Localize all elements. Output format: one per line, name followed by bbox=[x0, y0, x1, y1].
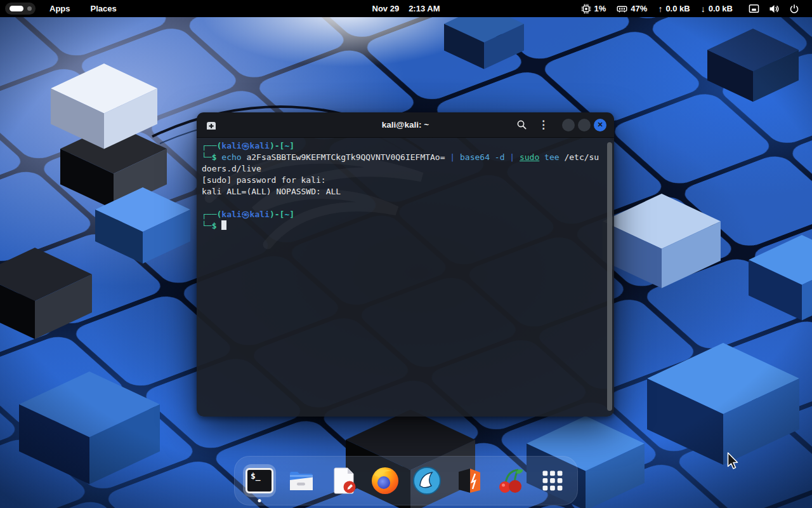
wired-network-icon bbox=[749, 4, 759, 13]
apps-menu[interactable]: Apps bbox=[43, 1, 77, 16]
cmd-path: /etc/su bbox=[564, 152, 599, 162]
terminal-scrollbar[interactable] bbox=[607, 142, 612, 411]
cmd-base64-payload: a2FsaSBBTEw9KEFMTCkgTk9QQVNTV0Q6IEFMTAo= bbox=[246, 152, 450, 162]
net-upload-indicator[interactable]: ↑ 0.0 kB bbox=[658, 4, 690, 14]
cmd-echo: echo bbox=[221, 152, 246, 162]
cpu-icon bbox=[581, 4, 591, 14]
memory-value: 47% bbox=[631, 4, 647, 13]
dock-item-firefox[interactable] bbox=[369, 464, 402, 497]
terminal-icon: $_ bbox=[246, 468, 273, 493]
terminal-window: kali@kali: ~ ⋮ ✕ ┌──(ka bbox=[197, 112, 614, 417]
places-menu[interactable]: Places bbox=[84, 1, 123, 16]
workspace-inactive-dot bbox=[27, 6, 32, 11]
file-manager-icon bbox=[287, 466, 316, 495]
cmd-path-wrapped: doers.d/live bbox=[202, 164, 261, 173]
system-status-area[interactable] bbox=[749, 4, 799, 14]
wireshark-icon bbox=[412, 466, 442, 495]
terminal-line-command: └─$ echo a2FsaSBBTEw9KEFMTCkgTk9QQVNTV0Q… bbox=[202, 152, 609, 163]
cpu-value: 1% bbox=[594, 4, 606, 13]
cmd-pipe2: | bbox=[509, 152, 520, 162]
app-grid-icon bbox=[539, 467, 566, 494]
dock-item-terminal[interactable]: $_ bbox=[243, 464, 276, 497]
terminal-screen[interactable]: ┌──(kali㉿kali)-[~] └─$ echo a2FsaSBBTEw9… bbox=[197, 138, 614, 417]
terminal-line-password: [sudo] password for kali: bbox=[202, 175, 609, 186]
terminal-titlebar[interactable]: kali@kali: ~ ⋮ ✕ bbox=[197, 112, 614, 138]
dock-item-burpsuite[interactable] bbox=[452, 464, 485, 497]
dock: $_ bbox=[234, 456, 578, 505]
net-download-indicator[interactable]: ↓ 0.0 kB bbox=[701, 4, 733, 14]
text-editor-icon bbox=[329, 466, 358, 495]
terminal-line-prompt1: ┌──(kali㉿kali)-[~] bbox=[202, 140, 609, 152]
panel-left: Apps Places bbox=[0, 1, 123, 16]
dock-item-cherrytree[interactable] bbox=[494, 464, 527, 497]
terminal-line-wrap: doers.d/live bbox=[202, 163, 609, 175]
net-upload-value: 0.0 kB bbox=[665, 4, 690, 13]
sudo-password-prompt: [sudo] password for kali: bbox=[202, 175, 326, 185]
clock-date: Nov 29 bbox=[372, 4, 399, 13]
dock-item-file-manager[interactable] bbox=[285, 464, 318, 497]
workspace-indicator[interactable] bbox=[5, 3, 36, 15]
terminal-glyph: $_ bbox=[251, 471, 261, 481]
prompt-dollar: └─$ bbox=[202, 221, 221, 231]
cmd-sudo: sudo bbox=[520, 152, 539, 162]
dock-item-wireshark[interactable] bbox=[410, 464, 443, 497]
cmd-pipe1: | bbox=[450, 152, 460, 162]
cpu-indicator[interactable]: 1% bbox=[581, 4, 606, 14]
power-icon bbox=[789, 4, 799, 14]
prompt-dollar: └─$ bbox=[202, 152, 221, 162]
dock-item-show-applications[interactable] bbox=[536, 464, 569, 497]
mouse-cursor bbox=[727, 452, 740, 470]
close-icon: ✕ bbox=[597, 121, 603, 128]
prompt-frame-open: ┌──( bbox=[202, 210, 221, 219]
prompt-frame-mid: )-[ bbox=[270, 141, 284, 150]
terminal-line-prompt2: ┌──(kali㉿kali)-[~] bbox=[202, 209, 609, 220]
terminal-line-blank bbox=[202, 197, 609, 209]
terminal-line-output: kali ALL=(ALL) NOPASSWD: ALL bbox=[202, 186, 609, 197]
maximize-button[interactable] bbox=[578, 119, 591, 131]
terminal-cursor bbox=[221, 220, 226, 230]
menu-kebab-icon[interactable]: ⋮ bbox=[538, 119, 549, 130]
cmd-base64: base64 bbox=[460, 152, 495, 162]
prompt-user-host: kali㉿kali bbox=[221, 210, 270, 219]
upload-arrow-icon: ↑ bbox=[658, 4, 662, 14]
download-arrow-icon: ↓ bbox=[701, 4, 705, 14]
window-title: kali@kali: ~ bbox=[382, 120, 429, 130]
dock-item-text-editor[interactable] bbox=[327, 464, 360, 497]
titlebar-controls: ⋮ ✕ bbox=[516, 119, 614, 131]
cmd-flag-d: -d bbox=[495, 152, 509, 162]
search-icon[interactable] bbox=[516, 119, 527, 130]
desktop: Apps Places Nov 29 2:13 AM 1% bbox=[0, 0, 812, 508]
cmd-tee: tee bbox=[539, 152, 564, 162]
close-button[interactable]: ✕ bbox=[594, 119, 606, 131]
minimize-button[interactable] bbox=[562, 119, 575, 131]
sudoers-rule-output: kali ALL=(ALL) NOPASSWD: ALL bbox=[202, 187, 341, 196]
top-panel: Apps Places Nov 29 2:13 AM 1% bbox=[0, 0, 812, 17]
net-download-value: 0.0 kB bbox=[709, 4, 733, 13]
prompt-frame-close: ] bbox=[289, 210, 294, 219]
burpsuite-icon bbox=[454, 466, 483, 495]
window-buttons: ✕ bbox=[562, 119, 606, 131]
cherrytree-icon bbox=[496, 466, 525, 495]
clock-menu[interactable]: Nov 29 2:13 AM bbox=[372, 0, 440, 17]
panel-right: 1% 47% ↑ 0.0 kB ↓ 0.0 kB bbox=[581, 4, 812, 14]
prompt-frame-close: ] bbox=[289, 141, 294, 150]
memory-icon bbox=[617, 4, 627, 14]
terminal-line-input: └─$ bbox=[202, 220, 609, 232]
new-tab-icon[interactable] bbox=[206, 119, 217, 130]
prompt-user-host: kali㉿kali bbox=[221, 141, 270, 150]
prompt-frame-mid: )-[ bbox=[270, 210, 284, 219]
prompt-frame-open: ┌──( bbox=[202, 141, 221, 150]
workspace-active-pill bbox=[10, 6, 23, 11]
firefox-icon bbox=[370, 466, 400, 495]
memory-indicator[interactable]: 47% bbox=[617, 4, 647, 14]
clock-time: 2:13 AM bbox=[409, 4, 440, 13]
volume-icon bbox=[769, 4, 780, 14]
